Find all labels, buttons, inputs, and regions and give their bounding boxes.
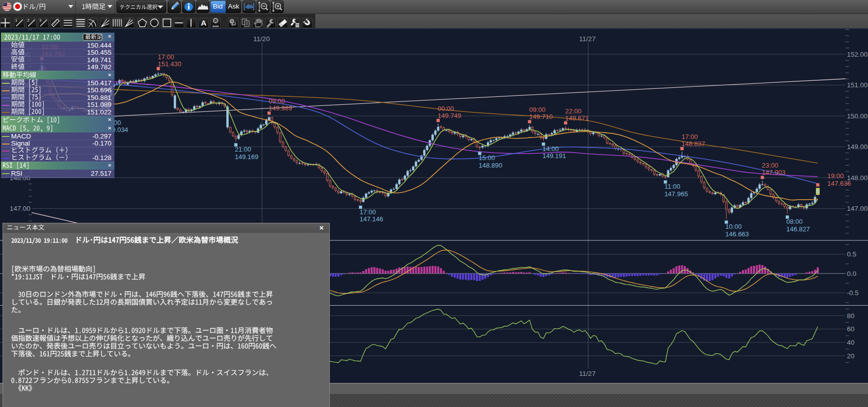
svg-text:11:00: 11:00 [664, 183, 680, 190]
svg-text:-0.5: -0.5 [847, 289, 858, 297]
svg-text:11/20: 11/20 [254, 35, 270, 43]
svg-text:151.00: 151.00 [847, 81, 867, 89]
svg-text:11/27: 11/27 [579, 370, 596, 377]
svg-text:147.146: 147.146 [359, 215, 383, 223]
svg-text:10:00: 10:00 [725, 223, 742, 230]
svg-text:146.827: 146.827 [786, 225, 810, 233]
svg-text:149.191: 149.191 [543, 152, 566, 160]
svg-text:150.00: 150.00 [847, 112, 867, 120]
svg-text:17:00: 17:00 [682, 133, 698, 141]
svg-text:152.00: 152.00 [847, 51, 867, 58]
svg-text:147.903: 147.903 [762, 169, 786, 176]
svg-text:60: 60 [847, 325, 854, 333]
svg-text:149.989: 149.989 [269, 104, 292, 112]
svg-text:147.965: 147.965 [664, 190, 688, 198]
svg-text:147.00: 147.00 [847, 205, 867, 212]
svg-text:08:00: 08:00 [786, 218, 803, 225]
svg-text:80: 80 [847, 312, 854, 320]
svg-text:149.169: 149.169 [235, 153, 259, 161]
svg-text:11/27: 11/27 [579, 35, 596, 43]
svg-text:09:00: 09:00 [269, 97, 285, 105]
svg-text:15:00: 15:00 [479, 154, 495, 162]
svg-text:17:00: 17:00 [359, 208, 376, 216]
svg-text:19:00: 19:00 [827, 172, 844, 180]
svg-text:0.0: 0.0 [847, 270, 856, 278]
svg-text:22:00: 22:00 [565, 107, 582, 115]
svg-text:147.00: 147.00 [10, 205, 30, 212]
svg-text:148.837: 148.837 [682, 140, 705, 148]
svg-text:148.890: 148.890 [479, 162, 503, 169]
svg-text:00:00: 00:00 [438, 105, 454, 112]
svg-text:149.749: 149.749 [438, 112, 461, 119]
svg-text:149.671: 149.671 [565, 114, 589, 122]
svg-text:09:00: 09:00 [529, 106, 546, 113]
svg-text:0.5: 0.5 [847, 250, 856, 258]
svg-text:147.636: 147.636 [827, 180, 851, 187]
svg-text:21:00: 21:00 [235, 146, 252, 153]
svg-text:40: 40 [847, 339, 854, 346]
svg-text:151.430: 151.430 [158, 60, 181, 68]
svg-text:20: 20 [847, 352, 854, 360]
svg-text:146.663: 146.663 [725, 230, 749, 238]
svg-text:14:00: 14:00 [543, 145, 559, 153]
svg-text:149.710: 149.710 [529, 113, 553, 120]
svg-text:23:00: 23:00 [762, 162, 779, 169]
svg-text:17:00: 17:00 [158, 53, 174, 61]
svg-text:149.00: 149.00 [847, 143, 867, 151]
